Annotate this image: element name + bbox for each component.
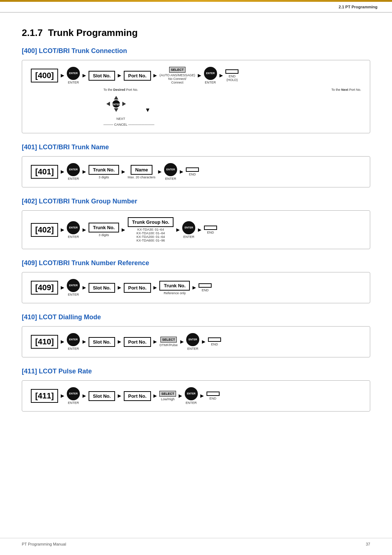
arrow3: ► [117,72,122,79]
cancel-label: ——— CANCEL ———————— [103,123,361,126]
slot-no-400: Slot No. [89,71,115,81]
port-no-409: Port No. [124,283,151,293]
code-401: [401] [31,165,58,179]
flow-row-411: [411] ► ENTER ENTER ► Slot No. ► Port No… [31,387,361,405]
diagram-400: [400] ► ENTER ENTER ► Slot No. ► Port No… [22,60,370,133]
enter-circle-400: ENTER ENTER [67,67,80,84]
page-content: 2.1.7 Trunk Programming [400] LCOT/BRI T… [0,16,392,436]
end-400: END(HOLD) [225,69,238,82]
arrow1: ► [60,72,65,79]
code-411: [411] [31,389,58,403]
arrow5: ► [197,72,203,79]
trunk-no-402: Trunk No. 3 digits [89,223,119,237]
flow-row-401: [401] ► ENTER ENTER ► Trunk No. 3 digits… [31,163,361,181]
arrow4: ► [152,72,158,79]
enter-402b: ENTER ENTER [182,221,195,239]
arrow401-1: ► [60,169,65,175]
page-header: 2.1 PT Programming [0,2,392,13]
port-no-400: Port No. [124,71,151,81]
enter-401b: ENTER ENTER [164,163,177,181]
end-box-400 [225,69,238,74]
enter-label-400b: ENTER [205,81,216,84]
end-402: END [204,226,217,234]
svg-marker-2 [114,96,118,100]
next-label: NEXT [103,117,138,121]
diagram-411: [411] ► ENTER ENTER ► Slot No. ► Port No… [22,380,370,412]
name-401: Name Max. 20 characters [128,165,156,179]
select-sub-400: (AUTO ANS/MESSAGE)No Connect/Connect [159,73,195,84]
enter-402: ENTER ENTER [67,221,80,239]
slot-no-411: Slot No. [89,391,115,401]
svg-marker-1 [122,102,126,106]
trunk-no-401: Trunk No. 3 digits [89,165,119,179]
slot-label-400: Slot No. [89,71,115,81]
code-400: [400] [31,69,58,82]
diagram-402: [402] ► ENTER ENTER ► Trunk No. 3 digits… [22,210,370,249]
enter-411b: ENTER ENTER [185,387,198,405]
nav-area: To the Desired Port No. ENTER NEXT [103,88,138,121]
enter-410: ENTER ENTER [67,333,80,351]
section-400-title: [400] LCOT/BRI Trunk Connection [22,47,370,55]
flow-row-400: [400] ► ENTER ENTER ► Slot No. ► Port No… [31,67,361,84]
code-410: [410] [31,335,58,349]
select-box-400: SELECT [169,67,186,73]
desired-port-label: To the Desired Port No. [103,88,138,92]
slot-no-409: Slot No. [89,283,115,293]
slot-no-410: Slot No. [89,337,115,347]
end-411: END [207,392,220,400]
port-no-411: Port No. [124,391,151,401]
section-402-title: [402] LCOT/BRI Trunk Group Number [22,198,370,205]
enter-401: ENTER ENTER [67,163,80,181]
end-401: END [186,167,199,176]
svg-marker-0 [106,102,110,106]
end-410: END [208,337,221,346]
enter-410b: ENTER ENTER [186,333,199,351]
select-400: SELECT (AUTO ANS/MESSAGE)No Connect/Conn… [159,67,195,84]
section-411-title: [411] LCOT Pulse Rate [22,368,370,375]
section-410-title: [410] LCOT Dialling Mode [22,313,370,321]
enter-label-400: ENTER [68,81,79,84]
next-arrow-box: ▼ [143,107,152,113]
header-section: 2.1 PT Programming [339,5,377,9]
enter-411: ENTER ENTER [67,387,80,405]
chapter-title: 2.1.7 Trunk Programming [22,27,370,39]
enter-circle-400b: ENTER ENTER [204,67,217,84]
trunk-no-409: Trunk No. Reference only [159,281,190,295]
diagram-410: [410] ► ENTER ENTER ► Slot No. ► Port No… [22,326,370,357]
enter-btn-400[interactable]: ENTER [67,67,80,80]
select-411: SELECT Low/High [159,391,176,401]
enter-btn-401[interactable]: ENTER [67,163,80,176]
next-port-label: To the Next Port No. [331,88,361,92]
svg-text:ENTER: ENTER [112,103,121,106]
flow-row-410: [410] ► ENTER ENTER ► Slot No. ► Port No… [31,333,361,351]
code-block-401: [401] [31,165,58,179]
select-410: SELECT DTMF/Pulse [159,337,177,347]
nav-cross-icon: ENTER [103,93,129,115]
port-no-410: Port No. [124,337,151,347]
port-label-400: Port No. [124,71,151,81]
flow-row-402: [402] ► ENTER ENTER ► Trunk No. 3 digits… [31,217,361,242]
diagram-409: [409] ► ENTER ENTER ► Slot No. ► Port No… [22,272,370,303]
page-footer: PT Programming Manual 37 [0,538,392,546]
footer-left: PT Programming Manual [22,542,66,546]
flow-row-409: [409] ► ENTER ENTER ► Slot No. ► Port No… [31,279,361,296]
arrow6: ► [219,72,224,79]
end-409: END [199,283,212,292]
diagram-401: [401] ► ENTER ENTER ► Trunk No. 3 digits… [22,156,370,187]
section-409-title: [409] LCOT/BRI Trunk Number Reference [22,259,370,267]
footer-right: 37 [366,542,370,546]
code-402: [402] [31,223,58,237]
end-label-400: END(HOLD) [226,74,238,82]
code-block-400: [400] [31,69,58,82]
flow-extra-400: To the Desired Port No. ENTER NEXT [31,88,361,126]
code-409: [409] [31,281,58,295]
trunk-group-402: Trunk Group No. KX-TDA30: 01–64KX-TDA100… [128,217,174,242]
arrow2: ► [81,72,87,79]
svg-marker-3 [114,108,118,112]
enter-btn-400b[interactable]: ENTER [204,67,217,80]
enter-409: ENTER ENTER [67,279,80,296]
section-401-title: [401] LCOT/BRI Trunk Name [22,143,370,151]
